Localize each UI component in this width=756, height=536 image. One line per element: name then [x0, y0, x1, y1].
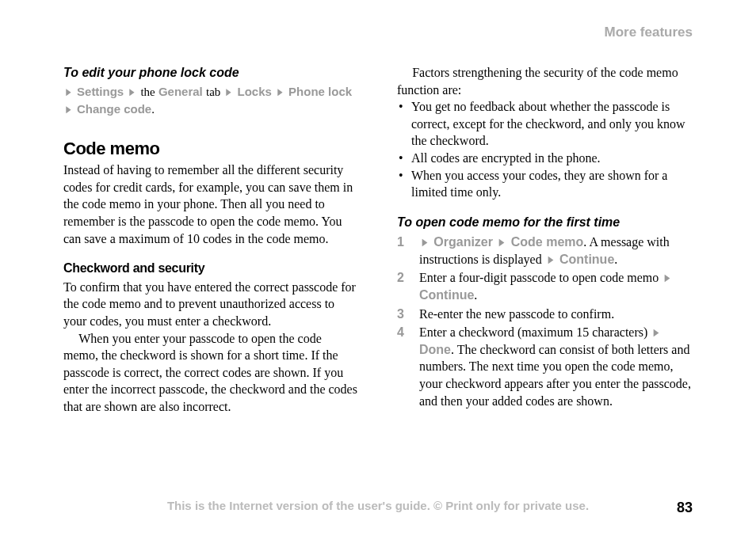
nav-text: tab — [206, 86, 220, 98]
menu-continue: Continue — [559, 253, 614, 266]
factors-list: You get no feedback about whether the pa… — [397, 98, 693, 201]
step-item: Enter a four-digit passcode to open code… — [397, 269, 693, 303]
content-columns: To edit your phone lock code ► Settings … — [63, 64, 693, 416]
nav-text: the — [140, 86, 155, 98]
nav-locks: Locks — [238, 85, 272, 98]
arrow-icon: ► — [663, 269, 672, 287]
menu-done: Done — [419, 343, 451, 356]
arrow-icon: ► — [64, 83, 72, 100]
arrow-icon: ► — [64, 101, 72, 117]
arrow-icon: ► — [498, 234, 506, 251]
step-text: . The checkword can consist of both lett… — [419, 343, 691, 408]
steps-list: ► Organizer ► Code memo. A message with … — [397, 234, 693, 409]
section-header: More features — [63, 24, 693, 42]
step-text: Enter a four-digit passcode to open code… — [419, 271, 662, 284]
footer-notice: This is the Internet version of the user… — [0, 498, 756, 514]
nav-settings: Settings — [77, 85, 124, 98]
nav-change-code: Change code — [77, 102, 151, 116]
checkword-p2: When you enter your passcode to open the… — [63, 330, 359, 416]
arrow-icon: ► — [128, 83, 136, 100]
menu-code-memo: Code memo — [511, 235, 584, 249]
step-item: Re-enter the new passcode to confirm. — [397, 306, 693, 323]
step-item: ► Organizer ► Code memo. A message with … — [397, 234, 693, 268]
arrow-icon: ► — [546, 251, 555, 268]
arrow-icon: ► — [225, 83, 233, 100]
list-item: When you access your codes, they are sho… — [397, 167, 693, 201]
step-text: Enter a checkword (maximum 15 characters… — [419, 325, 651, 339]
arrow-icon: ► — [420, 234, 429, 251]
nav-phone-lock: Phone lock — [288, 85, 352, 98]
arrow-icon: ► — [276, 83, 284, 100]
nav-path: ► Settings ► the General tab ► Locks ► P… — [63, 83, 359, 118]
list-item: You get no feedback about whether the pa… — [397, 98, 693, 150]
factors-intro: Factors strengthening the security of th… — [397, 64, 693, 98]
page-number: 83 — [677, 498, 693, 517]
edit-lock-heading: To edit your phone lock code — [63, 64, 359, 82]
menu-continue: Continue — [419, 288, 474, 302]
list-item: All codes are encrypted in the phone. — [397, 150, 693, 167]
menu-organizer: Organizer — [433, 235, 493, 249]
right-column: Factors strengthening the security of th… — [397, 64, 693, 416]
checkword-heading: Checkword and security — [63, 260, 359, 277]
checkword-p1: To confirm that you have entered the cor… — [63, 279, 359, 330]
code-memo-intro: Instead of having to remember all the di… — [63, 162, 359, 247]
arrow-icon: ► — [652, 324, 661, 341]
step-item: Enter a checkword (maximum 15 characters… — [397, 324, 693, 409]
code-memo-heading: Code memo — [63, 137, 359, 161]
left-column: To edit your phone lock code ► Settings … — [63, 64, 359, 416]
open-memo-heading: To open code memo for the first time — [397, 214, 693, 231]
nav-general: General — [158, 85, 203, 98]
